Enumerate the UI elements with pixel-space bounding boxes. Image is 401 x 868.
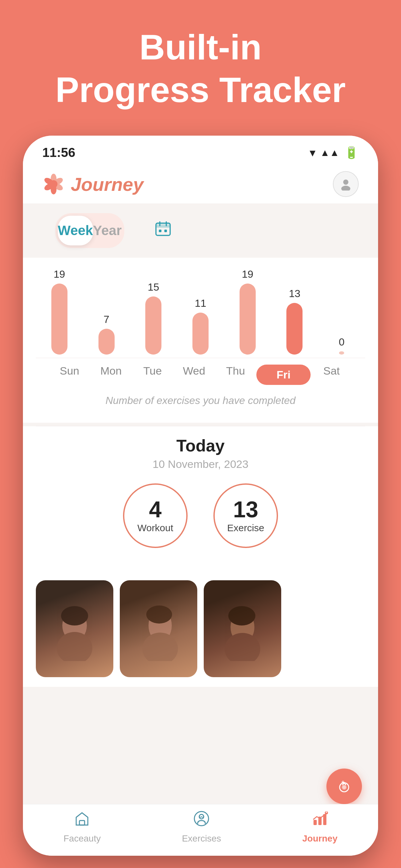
- day-wed[interactable]: Wed: [174, 365, 215, 385]
- workout-number: 4: [149, 498, 162, 521]
- svg-rect-15: [164, 229, 167, 232]
- bar-tue: [145, 297, 161, 354]
- exercise-number: 13: [233, 498, 258, 521]
- bar-col-sun: 19: [36, 268, 83, 354]
- nav-exercises[interactable]: Exercises: [182, 810, 221, 844]
- add-photo-button[interactable]: +: [327, 769, 362, 804]
- bar-col-fri: 13: [271, 288, 318, 354]
- nav-journey-label: Journey: [302, 833, 337, 844]
- svg-point-27: [342, 785, 346, 789]
- bar-col-mon: 7: [83, 314, 130, 354]
- phone-frame: 11:56 ▾ ▲▲ 🔋 Journey: [23, 135, 378, 856]
- svg-point-20: [143, 632, 178, 661]
- day-thu[interactable]: Thu: [215, 365, 256, 385]
- bottom-nav: Faceauty Exercises: [23, 804, 378, 856]
- bar-wed: [192, 313, 209, 354]
- svg-point-24: [228, 606, 255, 625]
- svg-point-17: [57, 632, 92, 661]
- chart-days: Sun Mon Tue Wed Thu Fri Sat: [36, 358, 365, 388]
- photo-2[interactable]: [120, 580, 197, 677]
- app-name-label: Journey: [71, 174, 144, 195]
- svg-point-21: [146, 606, 172, 624]
- tab-row: Week Year: [23, 204, 378, 254]
- profile-button[interactable]: [333, 171, 359, 197]
- today-section: Today 10 November, 2023 4 Workout 13 Exe…: [23, 426, 378, 574]
- exercises-icon: [193, 810, 210, 831]
- tab-year[interactable]: Year: [93, 216, 122, 245]
- calendar-button[interactable]: [150, 216, 176, 242]
- battery-icon: 🔋: [344, 146, 359, 159]
- stats-row: 4 Workout 13 Exercise: [36, 484, 365, 548]
- svg-rect-29: [80, 820, 85, 825]
- svg-point-8: [341, 186, 350, 190]
- svg-point-7: [343, 180, 348, 185]
- nav-faceauty-label: Faceauty: [64, 833, 101, 844]
- tab-switcher: Week Year: [55, 213, 124, 248]
- chart-section: 19 7 15 11 19: [23, 258, 378, 423]
- hero-title: Built-in Progress Tracker: [0, 26, 401, 111]
- chart-bars: 19 7 15 11 19: [36, 268, 365, 358]
- bar-col-sat: 0: [318, 336, 365, 354]
- bar-value-sun: 19: [54, 268, 65, 280]
- photo-strip: [23, 574, 378, 687]
- nav-exercises-label: Exercises: [182, 833, 221, 844]
- logo-area: Journey: [42, 173, 144, 195]
- bar-value-tue: 15: [148, 281, 159, 293]
- workout-stat: 4 Workout: [123, 484, 188, 548]
- svg-point-18: [61, 606, 88, 625]
- chart-subtitle: Number of exercises you have completed: [36, 388, 365, 416]
- journey-icon: [312, 810, 328, 831]
- bar-col-tue: 15: [130, 281, 177, 354]
- signal-icon: ▲▲: [320, 147, 339, 158]
- app-logo-icon: [42, 173, 65, 195]
- bar-col-wed: 11: [177, 298, 224, 354]
- day-sat[interactable]: Sat: [311, 365, 352, 385]
- bar-mon: [98, 329, 115, 354]
- bar-sun: [51, 283, 67, 354]
- hero-section: Built-in Progress Tracker: [0, 0, 401, 111]
- svg-point-23: [225, 633, 260, 661]
- home-icon: [73, 810, 90, 831]
- bar-value-thu: 19: [242, 268, 253, 280]
- bar-sat: [339, 351, 344, 354]
- svg-rect-32: [313, 820, 317, 825]
- nav-faceauty[interactable]: Faceauty: [64, 810, 101, 844]
- app-header: Journey: [23, 163, 378, 204]
- today-title: Today: [36, 436, 365, 455]
- bar-value-mon: 7: [104, 314, 110, 326]
- photo-1[interactable]: [36, 580, 113, 677]
- bar-value-wed: 11: [195, 298, 206, 309]
- svg-text:+: +: [341, 779, 345, 785]
- bar-col-thu: 19: [224, 268, 271, 354]
- bar-thu: [240, 283, 256, 354]
- svg-rect-14: [159, 229, 161, 232]
- photo-3[interactable]: [204, 580, 281, 677]
- status-bar: 11:56 ▾ ▲▲ 🔋: [23, 135, 378, 163]
- today-date: 10 November, 2023: [36, 458, 365, 470]
- day-tue[interactable]: Tue: [132, 365, 174, 385]
- nav-journey[interactable]: Journey: [302, 810, 337, 844]
- tab-week[interactable]: Week: [58, 216, 93, 245]
- day-mon[interactable]: Mon: [90, 365, 132, 385]
- status-time: 11:56: [42, 145, 75, 160]
- workout-label: Workout: [137, 523, 173, 533]
- bar-fri: [286, 303, 303, 354]
- day-sun[interactable]: Sun: [49, 365, 90, 385]
- exercise-label: Exercise: [227, 523, 264, 533]
- exercise-stat: 13 Exercise: [213, 484, 278, 548]
- bar-value-sat: 0: [339, 336, 344, 348]
- bar-value-fri: 13: [289, 288, 301, 300]
- wifi-icon: ▾: [310, 146, 315, 159]
- day-fri[interactable]: Fri: [256, 365, 311, 385]
- status-icons: ▾ ▲▲ 🔋: [310, 146, 359, 159]
- svg-point-6: [50, 180, 58, 188]
